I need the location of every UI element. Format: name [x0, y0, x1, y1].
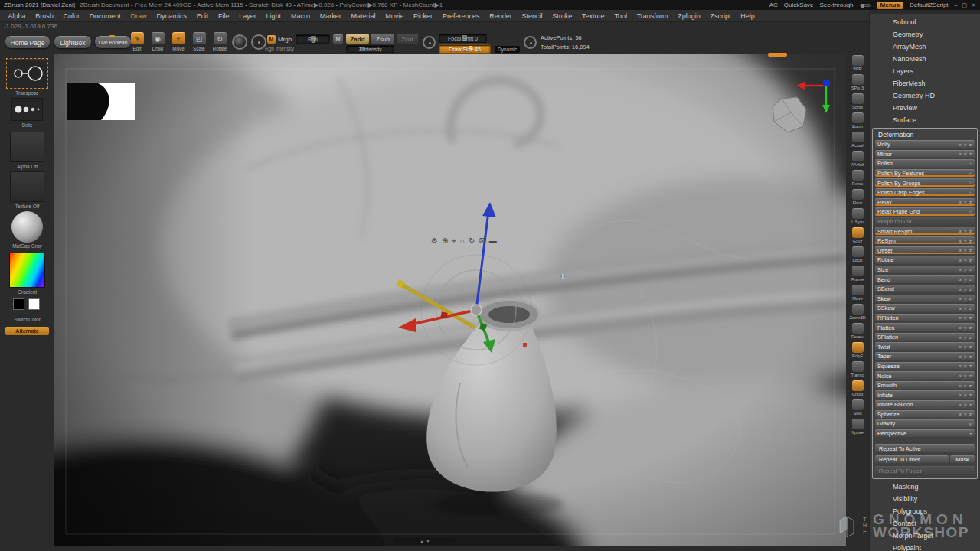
deformation-slider[interactable]: Skew x y z: [875, 295, 975, 303]
ac-button[interactable]: AC: [769, 2, 778, 8]
menu-item[interactable]: Alpha: [3, 12, 31, 20]
deformation-slider[interactable]: Spherize x y z: [875, 410, 975, 419]
palette-section-header[interactable]: Subtool: [870, 16, 980, 28]
axis-modifier-icons[interactable]: x y z: [959, 287, 972, 292]
palette-section-header[interactable]: Polypaint: [870, 542, 980, 551]
deformation-slider[interactable]: SFlatten x y z: [875, 333, 975, 341]
palette-section-header[interactable]: Visibility: [870, 493, 980, 505]
palette-section-header[interactable]: NanoMesh: [870, 53, 980, 65]
axis-modifier-icons[interactable]: x y z: [959, 239, 972, 243]
deformation-slider[interactable]: Flatten x y z: [875, 323, 975, 331]
axis-modifier-icons[interactable]: x y z: [959, 354, 972, 359]
palette-section-header[interactable]: Preview: [870, 102, 980, 114]
gizmo-icon[interactable]: ⌖: [452, 237, 456, 245]
deformation-slider[interactable]: Squeeze x y z: [875, 362, 975, 370]
brush-preview-icon[interactable]: [232, 34, 247, 50]
menu-item[interactable]: Transform: [632, 12, 672, 20]
axis-modifier-icons[interactable]: x y z: [959, 344, 972, 349]
deformation-slider[interactable]: Rotate x y z: [875, 256, 975, 264]
axis-modifier-icons[interactable]: ○: [969, 210, 972, 214]
gizmo-icon[interactable]: ⊠: [479, 237, 485, 245]
palette-section-header[interactable]: Surface: [870, 114, 980, 126]
right-shelf-button[interactable]: Move: [846, 285, 869, 304]
menu-item[interactable]: Stencil: [517, 12, 547, 20]
menu-item[interactable]: Stroke: [547, 12, 577, 20]
right-shelf-button[interactable]: BPR: [846, 55, 869, 74]
axis-modifier-icons[interactable]: x y z: [959, 325, 972, 330]
axis-modifier-icons[interactable]: x y z: [959, 152, 972, 156]
current-alpha-thumbnail[interactable]: [10, 132, 44, 162]
focal-shift-icon[interactable]: [423, 36, 436, 49]
axis-modifier-icons[interactable]: x y z: [959, 306, 972, 311]
deformation-slider[interactable]: Inflate x y z: [875, 390, 975, 399]
stroke-ring-icon[interactable]: [251, 34, 266, 50]
axis-modifier-icons[interactable]: x y z: [959, 403, 972, 407]
axis-modifier-icons[interactable]: ○: [969, 161, 972, 166]
home-page-button[interactable]: Home Page: [5, 36, 50, 48]
palette-section-header[interactable]: ArrayMesh: [870, 41, 980, 53]
secondary-color-swatch[interactable]: [28, 298, 40, 310]
canvas-hscroll-thumb[interactable]: [768, 53, 787, 57]
axis-modifier-icons[interactable]: x y z: [959, 412, 972, 416]
gizmo-icon[interactable]: ⌂: [460, 237, 465, 245]
deformation-slider[interactable]: Polish By Features ○: [875, 169, 975, 178]
m-button[interactable]: M: [333, 34, 343, 44]
document-viewport[interactable]: ⚙⊕⌖⌂↻⊠▬ + ▲ ▼: [54, 54, 846, 546]
right-shelf-button[interactable]: Xpose: [846, 419, 869, 438]
menu-item[interactable]: Texture: [577, 12, 609, 20]
deformation-slider[interactable]: Twist x y z: [875, 342, 975, 350]
right-shelf-button[interactable]: SPix 3: [846, 74, 869, 93]
menu-item[interactable]: Edit: [191, 12, 213, 20]
deformation-slider[interactable]: Mirror x y z: [875, 150, 975, 158]
right-shelf-button[interactable]: Local: [846, 246, 869, 266]
deformation-slider[interactable]: Bend x y z: [875, 275, 975, 283]
axis-modifier-icons[interactable]: x y z: [959, 277, 972, 282]
menu-item[interactable]: Color: [58, 12, 84, 20]
mrgb-label[interactable]: Mrgb: [278, 36, 292, 43]
axis-modifier-icons[interactable]: z: [969, 432, 972, 436]
color-picker[interactable]: [9, 253, 45, 288]
mode-button[interactable]: ↻ Rotate: [211, 32, 229, 51]
menu-item[interactable]: Zplugin: [673, 12, 705, 20]
deformation-slider[interactable]: Offset x y z: [875, 246, 975, 255]
zsub-button[interactable]: Zsub: [371, 34, 394, 44]
deformation-slider[interactable]: Unify x y z: [875, 140, 975, 148]
menu-item[interactable]: File: [214, 12, 234, 20]
deformation-slider[interactable]: RFlatten x y z: [875, 314, 975, 322]
right-shelf-button[interactable]: PolyF: [846, 342, 869, 361]
scroll-down-icon[interactable]: ▼: [426, 539, 430, 543]
zadd-button[interactable]: Zadd: [346, 34, 369, 44]
menu-item[interactable]: Help: [736, 12, 760, 20]
palette-section-header[interactable]: FiberMesh: [870, 77, 980, 90]
deformation-slider[interactable]: Smart ReSym x y z: [875, 227, 975, 235]
lightbox-button[interactable]: LightBox: [54, 36, 91, 48]
repeat-to-active-button[interactable]: Repeat To Active: [875, 444, 975, 452]
window-button-icon[interactable]: –: [955, 2, 958, 8]
right-shelf-button[interactable]: Zoom3D: [846, 304, 869, 323]
axis-modifier-icons[interactable]: x y z: [959, 364, 972, 368]
focal-shift-slider[interactable]: Focal Shift 0: [439, 34, 487, 43]
see-through-thumb[interactable]: [861, 4, 864, 8]
rgb-intensity-label[interactable]: Rgb Intensity: [265, 46, 294, 51]
current-material-thumbnail[interactable]: [11, 211, 43, 243]
axis-modifier-icons[interactable]: y: [969, 422, 972, 426]
scroll-up-icon[interactable]: ▲: [420, 539, 424, 543]
current-stroke-thumbnail[interactable]: [11, 98, 43, 121]
menu-item[interactable]: Marker: [315, 12, 346, 20]
right-shelf-button[interactable]: Frame: [846, 266, 869, 285]
menu-item[interactable]: Brush: [31, 12, 58, 20]
right-shelf-button[interactable]: Actual: [846, 132, 869, 151]
right-shelf-button[interactable]: Zoom: [846, 112, 869, 132]
menu-item[interactable]: Macro: [286, 12, 315, 20]
menu-item[interactable]: Zscript: [705, 12, 736, 20]
axis-modifier-icons[interactable]: x y z: [959, 335, 972, 340]
axis-modifier-icons[interactable]: x y z: [959, 229, 972, 233]
axis-modifier-icons[interactable]: x y z: [959, 258, 972, 262]
axis-modifier-icons[interactable]: ○: [969, 171, 972, 176]
draw-size-slider[interactable]: Draw Size 45: [439, 44, 491, 54]
deformation-slider[interactable]: Perspective z: [875, 429, 975, 438]
menu-item[interactable]: Tool: [609, 12, 632, 20]
deformation-slider[interactable]: Taper x y z: [875, 352, 975, 360]
deformation-slider[interactable]: SSkew x y z: [875, 304, 975, 312]
right-shelf-button[interactable]: L.Sym: [846, 208, 869, 227]
